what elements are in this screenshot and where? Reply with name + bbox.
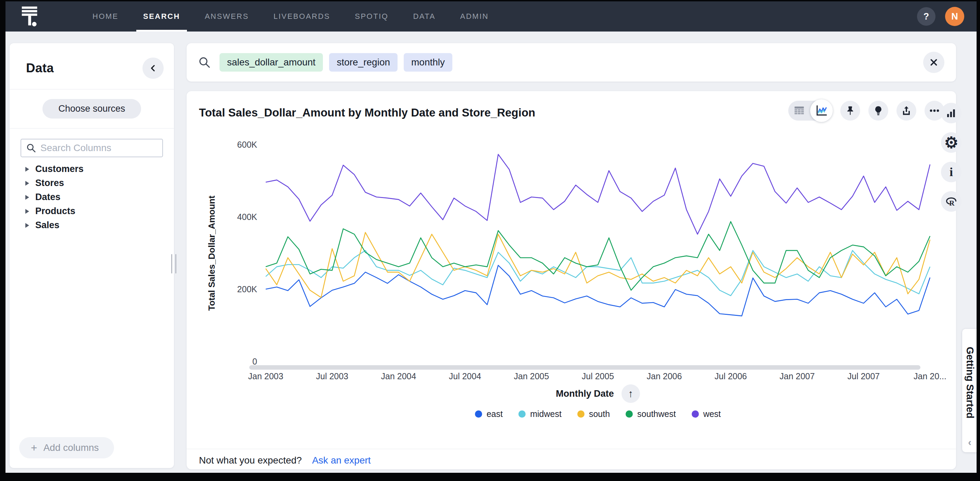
x-tick-label: Jan 2006 [647, 371, 682, 381]
nav-item-admin[interactable]: ADMIN [448, 2, 501, 32]
chevron-left-icon [149, 64, 158, 73]
chart-legend: eastmidwestsouthsouthwestwest [266, 409, 930, 419]
app-root: HOMESEARCHANSWERSLIVEBOARDSSPOTIQDATAADM… [5, 2, 977, 473]
answer-title: Total Sales_Dollar_Amount by Monthly Dat… [199, 106, 535, 119]
answer-footer: Not what you expected? Ask an expert [199, 455, 371, 466]
nav-item-search[interactable]: SEARCH [131, 2, 192, 32]
legend-label: southwest [637, 409, 676, 419]
getting-started-label: Getting Started [962, 337, 977, 428]
search-token-store_region[interactable]: store_region [329, 53, 398, 72]
search-token-monthly[interactable]: monthly [404, 53, 452, 72]
series-line-southwest[interactable] [266, 221, 930, 290]
chart-canvas [266, 145, 930, 362]
thoughtspot-logo-icon[interactable] [21, 6, 40, 27]
svg-text:R: R [949, 199, 955, 207]
divider [187, 449, 956, 449]
caret-right-icon[interactable] [25, 167, 29, 172]
legend-item-midwest[interactable]: midwest [519, 409, 562, 419]
spotiq-bulb-button[interactable] [869, 101, 888, 121]
x-axis-label-row: Monthly Date ↑ [266, 384, 930, 403]
search-icon [198, 56, 211, 68]
legend-item-southwest[interactable]: southwest [625, 409, 676, 419]
x-tick-label: Jan 2004 [381, 371, 416, 381]
legend-item-east[interactable]: east [475, 409, 503, 419]
tree-item-stores[interactable]: Stores [10, 176, 174, 190]
search-tokens: sales_dollar_amountstore_regionmonthly [220, 53, 452, 72]
settings-button[interactable]: ⚙ [941, 132, 961, 153]
plus-icon: + [31, 442, 37, 453]
caret-right-icon[interactable] [25, 209, 29, 214]
right-icon-rail: ⚙ i R [941, 103, 961, 212]
legend-label: east [487, 409, 503, 419]
answer-toolbar [788, 101, 944, 121]
pin-button[interactable] [840, 101, 860, 121]
nav-right: ? N [917, 7, 964, 26]
clear-search-button[interactable] [923, 52, 944, 73]
sidebar-title: Data [26, 61, 162, 75]
y-axis-title: Total Sales_Dollar_Amount [207, 145, 217, 362]
x-tick-label: Jul 2003 [316, 371, 348, 381]
share-button[interactable] [896, 101, 916, 121]
arrow-up-icon: ↑ [628, 388, 633, 400]
sidebar-resize-handle[interactable] [171, 254, 177, 273]
search-token-sales_dollar_amount[interactable]: sales_dollar_amount [220, 53, 323, 72]
tree-item-label: Dates [35, 192, 60, 202]
x-tick-label: Jan 20... [913, 371, 947, 381]
divider [10, 128, 174, 129]
nav-item-answers[interactable]: ANSWERS [192, 2, 261, 32]
nav-item-liveboards[interactable]: LIVEBOARDS [261, 2, 343, 32]
y-tick-label: 400K [220, 212, 257, 222]
nav-item-data[interactable]: DATA [401, 2, 447, 32]
caret-right-icon[interactable] [25, 195, 29, 200]
x-tick-label: Jan 2003 [248, 371, 283, 381]
tree-item-label: Products [35, 206, 75, 217]
x-tick-label: Jul 2007 [848, 371, 880, 381]
table-view-button[interactable] [788, 101, 810, 121]
user-avatar[interactable]: N [945, 7, 964, 26]
line-chart-plot[interactable] [266, 145, 930, 362]
legend-dot-icon [625, 411, 633, 417]
tree-item-sales[interactable]: Sales [10, 218, 174, 232]
tree-item-products[interactable]: Products [10, 204, 174, 218]
nav-menu: HOMESEARCHANSWERSLIVEBOARDSSPOTIQDATAADM… [80, 2, 501, 32]
info-icon: i [950, 165, 953, 179]
tree-item-label: Stores [35, 178, 64, 188]
sidebar-collapse-button[interactable] [142, 57, 164, 79]
add-columns-button[interactable]: + Add columns [19, 437, 114, 459]
sort-ascending-button[interactable]: ↑ [622, 384, 640, 403]
sidebar-header: Data [10, 43, 174, 89]
series-line-east[interactable] [266, 265, 930, 316]
search-columns-input[interactable] [40, 143, 158, 153]
pin-icon [845, 105, 855, 116]
chart-config-button[interactable] [941, 103, 961, 123]
window-frame: HOMESEARCHANSWERSLIVEBOARDSSPOTIQDATAADM… [0, 0, 980, 481]
nav-item-spotiq[interactable]: SPOTIQ [342, 2, 401, 32]
legend-item-south[interactable]: south [578, 409, 610, 419]
caret-right-icon[interactable] [25, 223, 29, 228]
getting-started-tab[interactable]: Getting Started ‹ [962, 329, 977, 452]
tree-item-label: Customers [35, 164, 84, 174]
x-tick-label: Jul 2005 [582, 371, 614, 381]
chevron-left-icon: ‹ [962, 436, 977, 448]
legend-dot-icon [475, 411, 482, 417]
column-search-box [21, 139, 163, 157]
info-button[interactable]: i [941, 162, 961, 182]
tree-item-customers[interactable]: Customers [10, 162, 174, 176]
chart-horizontal-scrollbar[interactable] [249, 365, 920, 370]
line-chart-icon [815, 104, 828, 117]
top-nav: HOMESEARCHANSWERSLIVEBOARDSSPOTIQDATAADM… [5, 2, 977, 32]
legend-item-west[interactable]: west [692, 409, 721, 419]
chart-view-button[interactable] [810, 99, 833, 122]
ask-an-expert-link[interactable]: Ask an expert [312, 455, 371, 466]
help-button[interactable]: ? [917, 7, 935, 26]
choose-sources-button[interactable]: Choose sources [43, 99, 141, 118]
caret-right-icon[interactable] [25, 181, 29, 186]
tree-item-dates[interactable]: Dates [10, 190, 174, 204]
series-line-west[interactable] [266, 154, 930, 234]
close-icon [929, 58, 938, 67]
r-analysis-button[interactable]: R [941, 191, 961, 212]
nav-item-home[interactable]: HOME [80, 2, 131, 32]
legend-dot-icon [519, 411, 526, 417]
tree-item-label: Sales [35, 220, 60, 231]
table-icon [793, 105, 805, 117]
